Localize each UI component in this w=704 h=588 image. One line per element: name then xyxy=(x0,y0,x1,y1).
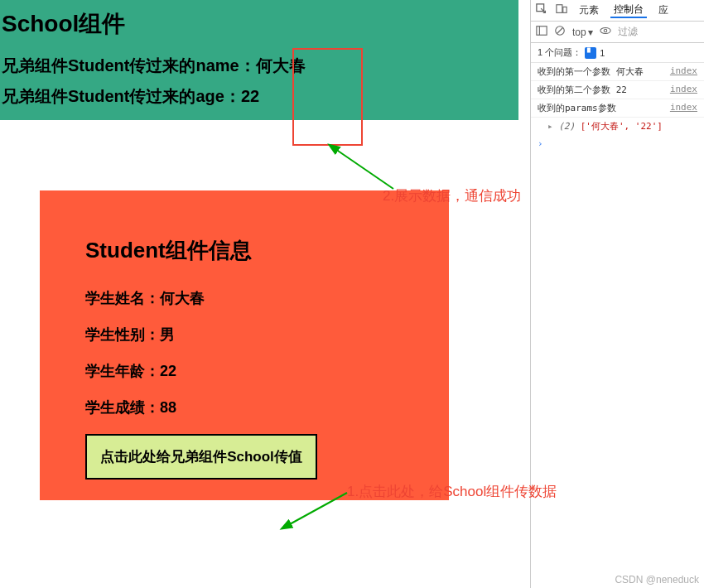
svg-point-10 xyxy=(604,29,607,32)
console-val-1: 何大春 xyxy=(616,66,644,77)
chevron-down-icon: ▾ xyxy=(588,27,593,38)
device-toggle-icon[interactable] xyxy=(556,3,567,17)
console-val-2: 22 xyxy=(616,84,627,95)
console-array-expand[interactable]: ▸ (2) ['何大春', '22'] xyxy=(531,118,704,135)
school-age-value: 22 xyxy=(241,87,259,106)
svg-rect-4 xyxy=(563,7,567,12)
console-entry-2: 收到的第二个参数 22 index xyxy=(531,81,704,99)
student-age-label: 学生年龄： xyxy=(85,363,160,379)
expand-arrow-icon: ▸ xyxy=(547,121,558,132)
console-entry-1: 收到的第一个参数 何大春 index xyxy=(531,63,704,81)
student-score-line: 学生成绩：88 xyxy=(85,398,403,417)
school-title: School组件 xyxy=(0,8,518,40)
school-age-line: 兄弟组件Student传过来的age：22 xyxy=(0,85,518,108)
issues-count: 1 xyxy=(600,48,605,58)
student-component: Student组件信息 学生姓名：何大春 学生性别：男 学生年龄：22 学生成绩… xyxy=(40,190,449,500)
console-entry-3: 收到的params参数 index xyxy=(531,99,704,118)
inspect-icon[interactable] xyxy=(536,3,547,17)
school-component: School组件 兄弟组件Student传过来的name：何大春 兄弟组件Stu… xyxy=(0,0,518,120)
school-age-label: 兄弟组件Student传过来的age： xyxy=(2,87,241,105)
context-label: top xyxy=(572,27,586,38)
context-selector[interactable]: top ▾ xyxy=(572,27,593,38)
issue-badge-icon: ▘ xyxy=(585,47,596,59)
svg-rect-5 xyxy=(537,27,547,36)
tab-elements[interactable]: 元素 xyxy=(576,3,602,17)
school-name-line: 兄弟组件Student传过来的name：何大春 xyxy=(0,55,518,77)
console-msg-1: 收到的第一个参数 xyxy=(538,66,610,77)
devtools-tabs-bar: 元素 控制台 应 xyxy=(531,0,704,22)
console-prompt[interactable]: › xyxy=(531,135,704,152)
tab-console[interactable]: 控制台 xyxy=(610,2,647,18)
console-src-1[interactable]: index xyxy=(670,65,697,76)
student-age-value: 22 xyxy=(160,363,176,379)
watermark: CSDN @neneduck xyxy=(615,574,699,586)
filter-input[interactable]: 过滤 xyxy=(618,25,638,39)
annotation-step2: 2.展示数据，通信成功 xyxy=(383,186,521,205)
eye-icon[interactable] xyxy=(600,25,611,39)
send-to-school-button[interactable]: 点击此处给兄弟组件School传值 xyxy=(85,434,317,480)
student-gender-line: 学生性别：男 xyxy=(85,325,403,345)
devtools-issues-bar[interactable]: 1 个问题： ▘ 1 xyxy=(531,43,704,63)
student-age-line: 学生年龄：22 xyxy=(85,361,403,381)
student-name-value: 何大春 xyxy=(160,290,205,306)
student-score-label: 学生成绩： xyxy=(85,399,160,416)
console-arr-vals: ['何大春', '22'] xyxy=(581,121,663,132)
devtools-console-output: 收到的第一个参数 何大春 index 收到的第二个参数 22 index 收到的… xyxy=(531,63,704,152)
student-gender-label: 学生性别： xyxy=(85,326,160,343)
student-name-line: 学生姓名：何大春 xyxy=(85,288,403,308)
console-src-3[interactable]: index xyxy=(670,102,697,113)
student-title: Student组件信息 xyxy=(85,236,403,265)
highlight-box xyxy=(292,48,363,146)
svg-line-0 xyxy=(335,149,393,189)
console-arr-len: (2) xyxy=(558,121,575,132)
sidebar-toggle-icon[interactable] xyxy=(536,25,547,39)
console-msg-2: 收到的第二个参数 xyxy=(538,84,610,95)
svg-rect-3 xyxy=(557,5,562,13)
tab-more[interactable]: 应 xyxy=(655,3,672,17)
clear-console-icon[interactable] xyxy=(554,25,566,39)
devtools-console-toolbar: top ▾ 过滤 xyxy=(531,22,704,43)
student-gender-value: 男 xyxy=(160,326,175,343)
annotation-step1: 1.点击此处，给School组件传数据 xyxy=(347,482,557,501)
student-name-label: 学生姓名： xyxy=(85,290,160,306)
school-name-label: 兄弟组件Student传过来的name： xyxy=(2,56,256,75)
student-score-value: 88 xyxy=(160,399,176,416)
svg-line-8 xyxy=(557,28,563,34)
console-src-2[interactable]: index xyxy=(670,84,697,94)
svg-point-9 xyxy=(600,28,610,34)
issues-label: 1 个问题： xyxy=(538,46,581,59)
console-msg-3: 收到的params参数 xyxy=(538,102,665,114)
